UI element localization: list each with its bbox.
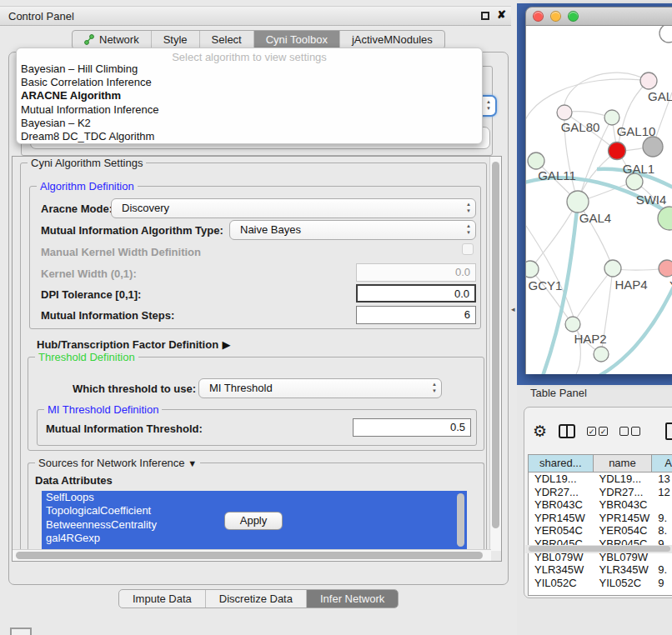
tab-select[interactable]: Select [200,31,254,48]
table-cell[interactable]: YIL052C [594,577,653,590]
settings-horizontal-scrollbar[interactable] [13,549,491,561]
tab-jactivemnodules[interactable]: jActiveMNodules [340,31,444,48]
network-graph: GALGAL80GAL10GAL1GAL11SWI4GAL4GCY1HAP4YH… [526,26,672,374]
apply-button[interactable]: Apply [224,512,283,530]
table-row[interactable]: YER054CYER054C8. [529,524,672,538]
show-checked-columns-icon[interactable]: ✓ ✓ [587,427,608,436]
algorithm-option[interactable]: Bayesian – Hill Climbing [17,62,482,76]
node-green-b[interactable] [626,173,643,190]
table-cell[interactable]: 12 [652,486,672,499]
gear-icon[interactable]: ⚙ [533,422,547,441]
attr-list-scrollbar[interactable] [457,493,464,547]
table-cell[interactable]: YBR043C [529,498,594,512]
table-row[interactable]: YIL052CYIL052C9 [529,577,672,590]
table-cell[interactable]: YDL19... [529,472,594,486]
table-cell[interactable]: 9. [652,563,672,577]
attribute-item-selected[interactable]: SelfLoops [42,491,467,504]
hide-columns-icon[interactable] [619,427,640,436]
node-bottom[interactable] [594,347,609,362]
manual-kernel-checkbox[interactable] [462,243,474,255]
node-hap2[interactable] [565,317,580,332]
node-gal10-gray[interactable] [643,137,663,157]
minimize-traffic-icon[interactable] [550,11,561,22]
node-hap4[interactable] [604,260,621,277]
algorithm-option[interactable]: Dream8 DC_TDC Algorithm [17,130,482,143]
tab-discretize-data[interactable]: Discretize Data [206,590,307,608]
node-gal11[interactable] [528,152,544,169]
hscroll-thumb[interactable] [16,552,483,559]
attribute-item-selected[interactable]: gal4RGexp [42,532,467,545]
table-row[interactable]: YPR145WYPR145W9. [529,512,672,525]
node-gcy1[interactable] [526,261,539,278]
table-cell[interactable]: YER054C [594,524,653,538]
settings-vertical-scrollbar[interactable] [489,157,501,551]
node-green-big[interactable] [658,207,672,230]
table-cell[interactable]: YER054C [529,524,594,538]
algorithm-option[interactable]: Bayesian – K2 [17,117,482,130]
node-attribute-table[interactable]: shared...nameA YDL19...YDL19...13YDR27..… [528,454,672,596]
column-header-A[interactable]: A [652,455,672,472]
which-threshold-combo[interactable]: MI Threshold ▲▼ [198,378,442,398]
table-cell[interactable]: YLR345W [529,563,594,577]
hub-definition-row[interactable]: Hub/Transcription Factor Definition ▶ [37,337,231,352]
close-icon[interactable]: ✘ [497,8,506,21]
aracne-mode-combo[interactable]: Discovery ▲▼ [111,198,476,218]
collapse-down-icon[interactable]: ▼ [188,458,197,468]
node-partial-top[interactable] [659,26,672,42]
network-window-titlebar[interactable] [525,7,672,26]
tab-style[interactable]: Style [152,31,200,48]
tab-label: Style [163,33,188,46]
kernel-width-field[interactable]: 0.0 [356,263,476,282]
table-cell[interactable]: 9 [652,577,672,590]
table-cell[interactable]: 13 [652,472,672,486]
cyni-bottom-tabs: Impute DataDiscretize DataInfer Network [118,589,399,608]
table-horizontal-scrollbar[interactable] [525,545,672,553]
table-cell[interactable]: YIL052C [529,577,594,590]
table-cell[interactable] [652,498,672,512]
tab-network[interactable]: Network [73,31,152,48]
float-window-icon[interactable] [481,12,489,20]
vscroll-thumb[interactable] [492,162,499,528]
table-cell[interactable]: YPR145W [594,512,653,525]
node-red[interactable] [609,142,626,160]
table-cell[interactable]: 8. [652,524,672,538]
table-row[interactable]: YBR043CYBR043C [529,498,672,512]
table-hscroll-thumb[interactable] [529,546,670,552]
network-canvas[interactable]: GALGAL80GAL10GAL1GAL11SWI4GAL4GCY1HAP4YH… [525,26,672,374]
close-traffic-icon[interactable] [533,11,544,22]
algorithm-option[interactable]: Basic Correlation Inference [17,76,482,89]
table-cell[interactable]: YDL19... [594,472,653,486]
mi-type-combo[interactable]: Naive Bayes ▲▼ [229,220,476,240]
table-cell[interactable]: YDR27... [529,486,594,499]
table-row[interactable]: YDR27...YDR27...12 [529,486,672,499]
node-gal4[interactable] [567,191,589,212]
table-cell[interactable]: YLR345W [594,563,653,577]
tab-impute-data[interactable]: Impute Data [119,590,206,608]
partial-toolbar-icon[interactable] [10,628,32,635]
algorithm-option[interactable]: ARACNE Algorithm [17,89,482,102]
split-columns-icon[interactable] [559,424,575,438]
zoom-traffic-icon[interactable] [568,11,579,22]
panel-splitter-arrow-icon[interactable]: ◂ [511,305,515,313]
node-pink-top[interactable] [640,72,657,89]
table-row[interactable]: YDL19...YDL19...13 [529,472,672,486]
dpi-tolerance-field[interactable]: 0.0 [356,284,476,302]
algorithm-option[interactable]: Mutual Information Inference [17,103,482,117]
column-header-name[interactable]: name [594,455,653,472]
mi-threshold-field[interactable]: 0.5 [353,418,471,437]
table-cell[interactable]: YDR27... [594,486,653,499]
table-row[interactable]: YLR345WYLR345W9. [529,563,672,577]
new-table-icon[interactable] [665,422,672,440]
mi-steps-field[interactable]: 6 [356,306,476,324]
table-cell[interactable]: YBR043C [594,498,653,512]
node-gal80[interactable] [557,105,572,120]
control-panel-titlebar: Control Panel ✘ [0,6,511,26]
table-cell[interactable]: YPR145W [529,512,594,525]
tab-infer-network[interactable]: Infer Network [307,590,398,608]
table-cell[interactable]: 9. [652,512,672,525]
node-green-a[interactable] [604,110,619,125]
node-salmon[interactable] [659,260,672,277]
column-header-shared[interactable]: shared... [529,455,594,472]
expand-right-icon[interactable]: ▶ [223,338,231,351]
tab-cyni-toolbox[interactable]: Cyni Toolbox [254,31,340,48]
